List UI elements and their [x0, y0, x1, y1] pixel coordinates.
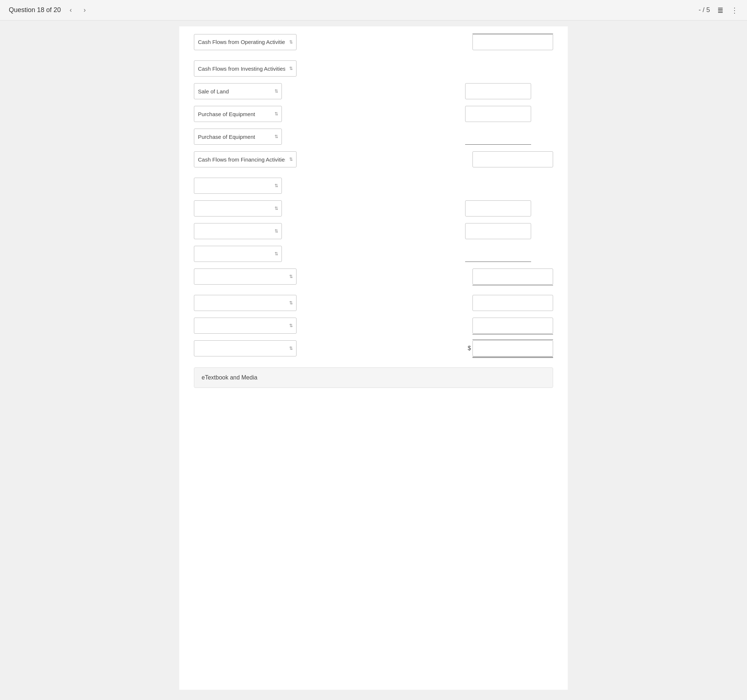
empty-select-8[interactable] — [194, 340, 296, 356]
question-counter: Question 18 of 20 — [9, 6, 61, 14]
empty-input-7-underline[interactable] — [472, 318, 553, 334]
dropdown-wrapper-empty8 — [194, 340, 296, 356]
empty-input-3[interactable] — [465, 223, 531, 239]
dropdown-wrapper-empty2 — [194, 201, 282, 216]
empty-dropdown-row-3 — [194, 223, 553, 239]
list-icon[interactable]: ≣ — [717, 6, 724, 15]
dropdown-wrapper-empty5 — [194, 269, 296, 285]
empty-input-2[interactable] — [465, 201, 531, 216]
header: Question 18 of 20 ‹ › - / 5 ≣ ⋮ — [0, 0, 747, 21]
purchase-equipment-2-input[interactable] — [465, 128, 531, 145]
empty-dropdown-row-7 — [194, 318, 553, 334]
purchase-equipment-2-row: Purchase of Equipment — [194, 128, 553, 145]
final-total-row: $ — [194, 340, 553, 356]
cash-flows-investing-select[interactable]: Cash Flows from Investing Activities — [194, 60, 296, 77]
financing-total-input[interactable] — [472, 151, 553, 167]
sale-of-land-row: Sale of Land — [194, 83, 553, 99]
purchase-equipment-1-select[interactable]: Purchase of Equipment — [194, 106, 282, 122]
dollar-sign: $ — [468, 345, 471, 352]
sale-of-land-input[interactable] — [465, 83, 531, 99]
more-icon[interactable]: ⋮ — [731, 6, 738, 15]
prev-button[interactable]: ‹ — [67, 5, 75, 15]
dropdown-wrapper-financing: Cash Flows from Financing Activities — [194, 151, 296, 167]
final-total-input[interactable] — [472, 340, 553, 356]
empty-select-4[interactable] — [194, 246, 282, 262]
score-display: - / 5 — [699, 6, 710, 14]
dropdown-wrapper-empty1 — [194, 178, 282, 194]
empty-select-5[interactable] — [194, 269, 296, 285]
sale-of-land-select[interactable]: Sale of Land — [194, 83, 282, 99]
dropdown-wrapper-empty4 — [194, 246, 282, 262]
dropdown-wrapper-empty3 — [194, 223, 282, 239]
cash-flows-operating-select[interactable]: Cash Flows from Operating Activities — [194, 34, 296, 50]
empty-dropdown-row-2 — [194, 201, 553, 216]
empty-input-4-underline[interactable] — [465, 246, 531, 262]
purchase-equipment-1-input[interactable] — [465, 106, 531, 122]
empty-dropdown-row-5 — [194, 269, 553, 285]
empty-select-3[interactable] — [194, 223, 282, 239]
empty-input-6[interactable] — [472, 295, 553, 311]
operating-amount-input[interactable] — [472, 34, 553, 50]
etextbook-bar: eTextbook and Media — [194, 367, 553, 388]
empty-input-5-wide[interactable] — [472, 269, 553, 285]
dropdown-wrapper-purchase-eq-2: Purchase of Equipment — [194, 128, 282, 145]
dropdown-wrapper-operating: Cash Flows from Operating Activities — [194, 34, 296, 50]
top-partial-row: Cash Flows from Operating Activities — [194, 34, 553, 50]
header-right: - / 5 ≣ ⋮ — [699, 6, 738, 15]
empty-dropdown-row-1 — [194, 178, 553, 194]
purchase-equipment-1-row: Purchase of Equipment — [194, 106, 553, 122]
empty-dropdown-row-6 — [194, 295, 553, 311]
dropdown-wrapper-investing: Cash Flows from Investing Activities — [194, 60, 296, 77]
dropdown-wrapper-sale-land: Sale of Land — [194, 83, 282, 99]
dropdown-wrapper-purchase-eq-1: Purchase of Equipment — [194, 106, 282, 122]
next-button[interactable]: › — [81, 5, 89, 15]
dropdown-wrapper-empty6 — [194, 295, 296, 311]
financing-header-row: Cash Flows from Financing Activities — [194, 151, 553, 167]
header-left: Question 18 of 20 ‹ › — [9, 5, 89, 15]
empty-select-1[interactable] — [194, 178, 282, 194]
empty-select-6[interactable] — [194, 295, 296, 311]
empty-select-2[interactable] — [194, 201, 282, 216]
main-content: Cash Flows from Operating Activities Cas… — [179, 26, 568, 690]
empty-select-7[interactable] — [194, 318, 296, 334]
purchase-equipment-2-select[interactable]: Purchase of Equipment — [194, 128, 282, 145]
investing-header-row: Cash Flows from Investing Activities — [194, 60, 553, 77]
dropdown-wrapper-empty7 — [194, 318, 296, 334]
etextbook-label: eTextbook and Media — [202, 374, 257, 380]
cash-flows-financing-select[interactable]: Cash Flows from Financing Activities — [194, 151, 296, 167]
empty-dropdown-row-4 — [194, 246, 553, 262]
